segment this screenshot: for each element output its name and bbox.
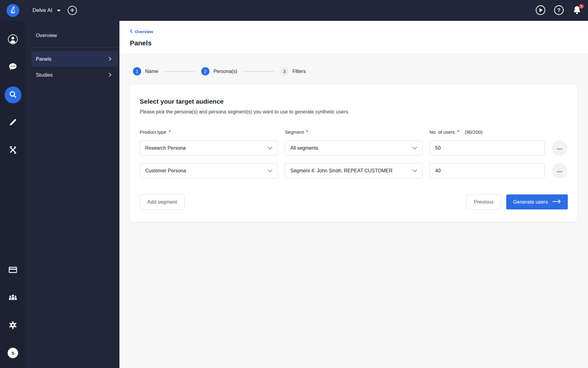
rail-item-panels-active[interactable] bbox=[5, 86, 21, 103]
step-name[interactable]: 1 Name bbox=[133, 67, 158, 75]
chevron-down-icon bbox=[268, 145, 273, 151]
card-footer: Add segment Previous Generate users bbox=[140, 194, 568, 209]
workspace-name[interactable]: Delve AI bbox=[32, 7, 52, 13]
chevron-right-icon bbox=[108, 73, 112, 77]
select-value: Research Persona bbox=[145, 145, 186, 151]
users-count-input-row1[interactable] bbox=[429, 140, 545, 156]
step-number: 1 bbox=[133, 67, 141, 75]
tools-icon bbox=[8, 145, 17, 155]
rail-item-tools[interactable] bbox=[8, 145, 18, 155]
product-type-select-row1[interactable]: Research Persona bbox=[140, 140, 278, 156]
select-value: Customer Persona bbox=[145, 168, 186, 174]
sidebar-item-overview[interactable]: Overview bbox=[26, 29, 119, 42]
required-asterisk: * bbox=[169, 129, 171, 135]
minus-icon bbox=[557, 169, 562, 173]
sidebar-item-panels[interactable]: Panels bbox=[31, 51, 118, 67]
chevron-down-icon bbox=[412, 145, 417, 151]
generate-users-label: Generate users bbox=[513, 199, 548, 205]
segment-select-row2[interactable]: Segment 4: John Smith, REPEAT CUSTOMER bbox=[285, 163, 422, 178]
chat-icon bbox=[8, 62, 18, 73]
icon-rail: S bbox=[0, 21, 26, 368]
content-area: 1 Name 2 Persona(s) 3 Filters Select you… bbox=[119, 54, 588, 231]
rail-item-team[interactable] bbox=[8, 293, 18, 303]
step-connector bbox=[243, 71, 274, 72]
step-label: Name bbox=[145, 69, 158, 74]
rail-item-billing[interactable] bbox=[8, 265, 18, 275]
play-circle-icon bbox=[535, 5, 546, 16]
rail-item-notes[interactable] bbox=[8, 117, 18, 128]
user-avatar[interactable]: S bbox=[8, 348, 18, 358]
users-quota: (90/200) bbox=[465, 129, 483, 135]
pen-icon bbox=[8, 118, 17, 128]
play-tour-button[interactable] bbox=[535, 5, 546, 16]
chevron-down-icon bbox=[412, 168, 417, 174]
chevron-down-icon bbox=[268, 168, 273, 174]
notification-badge: 1 bbox=[579, 4, 584, 9]
svg-text:?: ? bbox=[557, 7, 560, 13]
select-value: All segments bbox=[290, 145, 318, 151]
remove-row1-button[interactable] bbox=[552, 140, 567, 156]
add-new-button[interactable] bbox=[68, 6, 77, 15]
sidebar-divider bbox=[32, 47, 119, 48]
breadcrumb-back[interactable]: Overview bbox=[130, 29, 153, 34]
rail-item-settings[interactable] bbox=[8, 320, 18, 331]
billing-card-icon bbox=[8, 265, 18, 276]
topbar-actions: ? 1 bbox=[535, 5, 588, 16]
sidebar-item-label: Studies bbox=[36, 72, 53, 78]
plus-icon bbox=[70, 8, 74, 13]
help-button[interactable]: ? bbox=[554, 5, 564, 16]
chevron-right-icon bbox=[108, 57, 112, 61]
rail-item-chat[interactable] bbox=[8, 62, 18, 72]
footer-right-actions: Previous Generate users bbox=[466, 194, 568, 209]
segment-select-row1[interactable]: All segments bbox=[285, 140, 422, 156]
wizard-stepper: 1 Name 2 Persona(s) 3 Filters bbox=[133, 67, 578, 75]
target-audience-card: Select your target audience Please pick … bbox=[130, 84, 578, 222]
caret-down-icon bbox=[57, 8, 61, 13]
page-title: Panels bbox=[130, 39, 578, 47]
required-asterisk: * bbox=[306, 129, 308, 135]
search-icon bbox=[9, 90, 17, 100]
users-label: No. of users * (90/200) bbox=[429, 129, 545, 135]
sidebar-item-label: Panels bbox=[36, 56, 51, 62]
logo-wrap bbox=[0, 4, 26, 17]
sidebar-item-studies[interactable]: Studies bbox=[31, 67, 118, 82]
main-content: Overview Panels 1 Name 2 Persona(s) 3 Fi… bbox=[119, 21, 588, 368]
rail-item-personas[interactable] bbox=[8, 34, 18, 45]
generate-users-button[interactable]: Generate users bbox=[506, 194, 568, 209]
step-personas[interactable]: 2 Persona(s) bbox=[201, 67, 237, 75]
workspace-switcher-caret[interactable] bbox=[57, 8, 61, 13]
secondary-sidebar: Overview Panels Studies bbox=[26, 21, 119, 368]
step-filters[interactable]: 3 Filters bbox=[280, 67, 306, 75]
app-logo[interactable] bbox=[6, 4, 19, 17]
rail-top-group bbox=[5, 34, 21, 155]
remove-row2-button[interactable] bbox=[552, 163, 567, 178]
segment-field-grid: Product type * Segment * No. of users * … bbox=[140, 129, 568, 178]
microscope-icon bbox=[9, 6, 17, 15]
minus-icon bbox=[557, 146, 562, 151]
sidebar-item-label: Overview bbox=[36, 33, 57, 38]
help-circle-icon: ? bbox=[554, 5, 564, 16]
product-type-label: Product type * bbox=[140, 129, 278, 135]
step-label: Filters bbox=[292, 69, 306, 74]
breadcrumb-label: Overview bbox=[135, 29, 153, 34]
previous-button[interactable]: Previous bbox=[466, 194, 501, 209]
step-label: Persona(s) bbox=[213, 69, 237, 74]
required-asterisk: * bbox=[458, 129, 459, 135]
page-header: Overview Panels bbox=[119, 21, 588, 54]
team-icon bbox=[8, 293, 18, 303]
users-count-input-row2[interactable] bbox=[429, 163, 545, 178]
select-value: Segment 4: John Smith, REPEAT CUSTOMER bbox=[290, 168, 392, 174]
chevron-left-icon bbox=[130, 29, 133, 34]
step-connector bbox=[164, 71, 195, 72]
user-icon bbox=[8, 34, 18, 45]
product-type-select-row2[interactable]: Customer Persona bbox=[140, 163, 278, 178]
add-segment-button[interactable]: Add segment bbox=[140, 194, 185, 209]
notifications-button[interactable]: 1 bbox=[572, 5, 582, 16]
card-subtitle: Please pick the persona(s) and persona s… bbox=[140, 109, 568, 115]
rail-bottom-group: S bbox=[8, 265, 18, 358]
arrow-right-icon bbox=[552, 199, 561, 205]
step-number: 3 bbox=[280, 67, 288, 75]
segment-label: Segment * bbox=[285, 129, 422, 135]
step-number: 2 bbox=[201, 67, 209, 75]
topbar: Delve AI ? bbox=[0, 0, 588, 21]
